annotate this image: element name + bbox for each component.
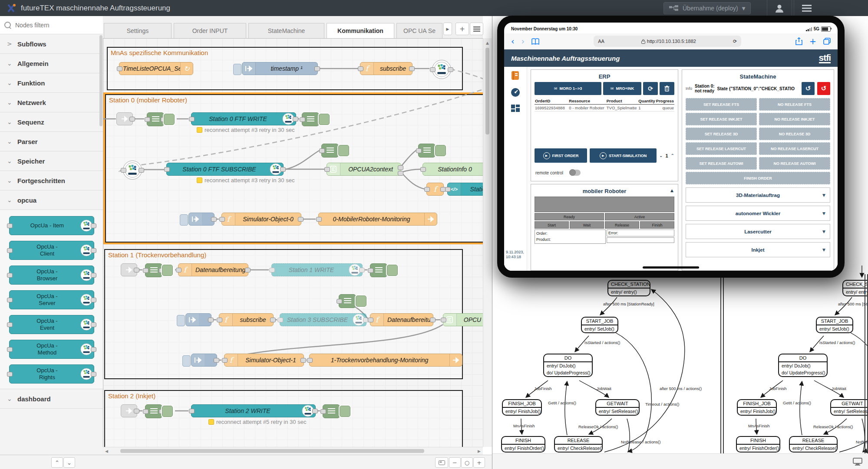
- debug-node-body[interactable]: [145, 263, 162, 277]
- start-simulation-button[interactable]: ▶START-SIMULATION: [590, 148, 657, 163]
- debug-toggle-button[interactable]: [435, 145, 446, 156]
- node-opcua2context-s1[interactable]: OPCU: [443, 313, 483, 326]
- debug-node-body[interactable]: [339, 294, 356, 308]
- node-inject[interactable]: [188, 213, 215, 226]
- node-simulator-object-0[interactable]: f Simulator-Object-0: [221, 213, 301, 226]
- palette-search[interactable]: [0, 16, 103, 34]
- node-debug[interactable]: [370, 262, 398, 277]
- flow-list-button[interactable]: [470, 23, 483, 35]
- palette-collapse-button[interactable]: ⌃: [51, 457, 63, 468]
- collapse-button[interactable]: ▲: [670, 188, 673, 193]
- debug-toggle-button[interactable]: [319, 114, 330, 125]
- forward-button[interactable]: ›: [521, 37, 525, 46]
- vscroll-thumb[interactable]: [485, 48, 489, 134]
- qty-up-button[interactable]: ⌃: [671, 153, 674, 158]
- set-release-lasercut-button[interactable]: SET RELEASE LASERCUT: [686, 142, 757, 155]
- dashboard-tab-icon[interactable]: [510, 87, 521, 98]
- inject-button[interactable]: [182, 355, 191, 367]
- deploy-caret-icon[interactable]: ▼: [742, 6, 746, 11]
- node-station0-ftf-subscribe[interactable]: Station 0 FTF SUBSCRIBE: [166, 163, 284, 176]
- node-stationinfo0[interactable]: StationInfo 0: [422, 163, 483, 176]
- deploy-button[interactable]: Übernahme (deploy) ▼: [663, 2, 751, 14]
- qty-down-button[interactable]: ⌄: [659, 153, 663, 158]
- node-station3-subscribe-disabled[interactable]: Station 3 SUBSCRIBE: [280, 313, 366, 326]
- debug-toggle-button[interactable]: [162, 265, 173, 276]
- address-bar[interactable]: AA http://10.10.130.5:1882 ⟳: [594, 36, 741, 47]
- dropdown-3d-materialauftrag[interactable]: 3D-Materialauftrag▼: [686, 187, 830, 203]
- debug-toggle-button[interactable]: [162, 406, 173, 417]
- finish-order-button[interactable]: FINISH ORDER: [686, 172, 830, 184]
- home-indicator[interactable]: [643, 266, 699, 269]
- dropdown-autonomer-wickler[interactable]: autonomer Wickler▼: [686, 206, 830, 221]
- scroll-right-icon[interactable]: ▶: [478, 449, 481, 453]
- set-release-inkjet-button[interactable]: SET RELEASE INKJET: [686, 113, 757, 125]
- delete-orders-button[interactable]: [660, 82, 674, 95]
- debug-node-body[interactable]: [321, 144, 339, 157]
- scroll-up-icon[interactable]: ▲: [486, 41, 489, 45]
- zoom-reset-button[interactable]: ○: [461, 457, 473, 468]
- set-release-autowi-button[interactable]: SET RELEASE AUTOWI: [686, 157, 757, 170]
- node-debug[interactable]: [145, 262, 173, 277]
- node-datenaufbereitung-2[interactable]: f Datenaufbereitung: [370, 313, 433, 326]
- debug-node-body[interactable]: [418, 144, 436, 157]
- node-opcua2context[interactable]: OPCUA2context: [327, 163, 401, 176]
- remote-control-toggle[interactable]: [569, 170, 581, 176]
- node-link-in[interactable]: [116, 112, 133, 125]
- node-debug[interactable]: [302, 112, 330, 126]
- orders-tab-icon[interactable]: [510, 70, 521, 81]
- tab-opcua[interactable]: OPC UA Se: [396, 23, 442, 38]
- inject-button[interactable]: [233, 64, 241, 75]
- grid-tab-icon[interactable]: [511, 104, 520, 114]
- node-subscribe-func[interactable]: f subscribe: [360, 62, 413, 75]
- node-station0-ftf-write[interactable]: Station 0 FTF WRITE: [191, 112, 296, 125]
- debug-toggle-button[interactable]: [356, 295, 366, 307]
- node-debug[interactable]: [147, 112, 175, 126]
- canvas-vscrollbar[interactable]: ▲: [483, 38, 492, 447]
- palette-node-opcua-method[interactable]: OpcUa - Method: [9, 340, 94, 359]
- tab-settings[interactable]: Settings: [104, 23, 172, 38]
- palette-category-allgemein[interactable]: ⌄Allgemein: [0, 54, 103, 73]
- no-release-3d-button[interactable]: NO RELEASE 3D: [759, 128, 830, 140]
- node-debug[interactable]: [145, 403, 173, 418]
- navigator-toggle-button[interactable]: [435, 457, 448, 468]
- node-link-in[interactable]: [121, 263, 137, 276]
- monitor-icon[interactable]: [853, 458, 862, 466]
- tabs-icon[interactable]: [823, 38, 831, 45]
- debug-toggle-button[interactable]: [338, 145, 349, 156]
- refresh-button[interactable]: ⟳: [733, 39, 737, 44]
- node-inject[interactable]: [191, 354, 217, 367]
- dropdown-inkjet[interactable]: Inkjet▼: [686, 242, 830, 257]
- palette-category-fortgeschritten[interactable]: ⌄Fortgeschritten: [0, 171, 103, 190]
- back-button[interactable]: ‹: [511, 37, 515, 46]
- node-link-in[interactable]: [121, 404, 137, 417]
- debug-toggle-button[interactable]: [164, 114, 175, 125]
- first-order-button[interactable]: ▶FIRST ORDER: [535, 148, 587, 163]
- node-station2-write[interactable]: Station 2 WRITE: [191, 404, 316, 417]
- flow-canvas[interactable]: MnAs spezifische Kommunikation Station 0…: [103, 38, 483, 447]
- node-function-small[interactable]: f: [426, 183, 444, 196]
- debug-toggle-button[interactable]: [340, 406, 350, 417]
- palette-category-sequenz[interactable]: ⌄Sequenz: [0, 112, 103, 132]
- search-input[interactable]: [14, 21, 81, 29]
- palette-node-opcua-item[interactable]: OpcUa - Item: [9, 216, 94, 235]
- debug-node-body[interactable]: [370, 263, 387, 277]
- main-menu-button[interactable]: [794, 0, 819, 16]
- dropdown-lasercutter[interactable]: Lasercutter▼: [686, 224, 830, 239]
- palette-category-netzwerk[interactable]: ⌄Netzwerk: [0, 93, 103, 112]
- no-release-fts-button[interactable]: NO RELEASE FTS: [759, 98, 830, 111]
- debug-node-body[interactable]: [302, 112, 319, 126]
- palette-node-opcua-browser[interactable]: OpcUa - Browser: [9, 266, 94, 285]
- tab-order-input[interactable]: Order INPUT: [174, 23, 246, 38]
- palette-category-parser[interactable]: ⌄Parser: [0, 132, 103, 151]
- zoom-in-button[interactable]: +: [473, 457, 485, 468]
- palette-category-opcua[interactable]: ⌄opcua: [0, 190, 103, 210]
- scroll-left-icon[interactable]: ◀: [105, 449, 108, 453]
- reader-button[interactable]: AA: [598, 39, 604, 44]
- inject-button[interactable]: [177, 315, 185, 326]
- new-tab-button[interactable]: +: [809, 37, 816, 46]
- hard-reset-button[interactable]: ↺: [817, 82, 830, 95]
- tab-scroll-right-button[interactable]: ▶: [443, 23, 452, 35]
- palette-category-subflows[interactable]: >Subflows: [0, 34, 103, 54]
- inject-button[interactable]: [180, 214, 188, 226]
- palette-node-opcua-event[interactable]: OpcUa - Event: [9, 315, 94, 334]
